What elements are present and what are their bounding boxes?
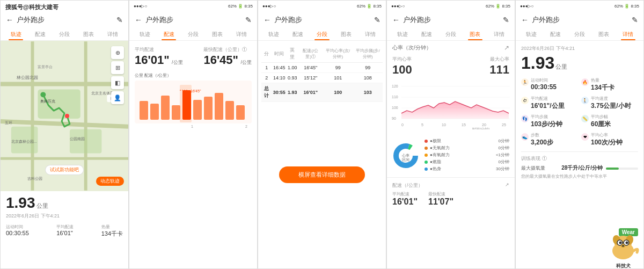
- pace-bar-chart: 16'45": [137, 85, 250, 122]
- edit-icon-2[interactable]: ✎: [245, 16, 252, 24]
- try-new-badge[interactable]: 试试新功能吧: [45, 165, 84, 175]
- status-battery-4: 62% 🔋 8:35: [486, 4, 510, 9]
- back-button-2[interactable]: ←: [135, 16, 142, 24]
- svg-rect-22: [140, 101, 148, 120]
- svg-text:吉科公园: 吉科公园: [27, 177, 42, 180]
- map-layers2-btn[interactable]: ◧: [111, 76, 124, 89]
- seg-time-total: 30:55: [272, 83, 287, 102]
- detail-item-hr: ❤ 平均心率 100次/分钟: [581, 132, 638, 147]
- panel-chart: ●●●▷○ 62% 🔋 8:35 ← 户外跑步 ✎ 轨迹 配速 分段 图表 详情…: [386, 0, 515, 269]
- tab-track-4[interactable]: 轨迹: [390, 28, 414, 40]
- svg-text:五环: 五环: [5, 121, 12, 125]
- svg-point-63: [622, 245, 624, 247]
- donut-section: 心率 区间 ●极限 0分钟 ●无氧耐力 0分钟 ●有氧耐力: [387, 134, 515, 177]
- steps-icon: 👟: [521, 133, 529, 141]
- tab-track-3[interactable]: 轨迹: [261, 28, 286, 40]
- dynamic-track-btn[interactable]: 动态轨迹: [96, 177, 124, 186]
- tab-pace-1[interactable]: 配速: [28, 28, 52, 40]
- svg-text:心率: 心率: [401, 154, 409, 157]
- stat-pace-1: 平均配速 16'01": [56, 224, 74, 238]
- pace-avg-stat: 平均配速 16'01" /公里: [135, 46, 183, 67]
- pace2-avg-value: 16'01": [392, 197, 418, 207]
- back-button-4[interactable]: ←: [392, 16, 400, 24]
- tab-chart-1[interactable]: 图表: [77, 28, 101, 40]
- svg-text:100: 100: [392, 106, 398, 110]
- svg-point-60: [626, 242, 628, 244]
- tab-pace-5[interactable]: 配速: [543, 28, 567, 40]
- pace2-fastest-value: 11'07": [428, 197, 453, 207]
- tab-track-2[interactable]: 轨迹: [133, 28, 157, 40]
- legend-aerobic-time: <1分钟: [496, 152, 509, 158]
- map-user-btn[interactable]: 👤: [111, 91, 124, 104]
- svg-rect-29: [215, 93, 223, 120]
- seg-num-1: 1: [261, 63, 272, 73]
- legend-item-aerobic: ●有氧耐力 <1分钟: [425, 152, 509, 158]
- training-vo2-item: 最大摄氧量 28千升/公斤/分钟: [521, 164, 638, 172]
- tab-seg-4[interactable]: 分段: [438, 28, 463, 40]
- map-locate-btn[interactable]: ⊕: [111, 46, 124, 59]
- panel-pace: ●●●▷○ 62% 🔋 8:35 ← 户外跑步 ✎ 轨迹 配速 分段 图表 详情…: [129, 0, 258, 269]
- back-button-1[interactable]: ←: [6, 16, 13, 24]
- tab-pace-4[interactable]: 配速: [414, 28, 438, 40]
- mascot-dog: 科技犬: [606, 228, 641, 263]
- tab-chart-2[interactable]: 图表: [206, 28, 230, 40]
- pace-avg-label: 平均配速: [135, 46, 183, 53]
- map-controls: ⊕ ⊞ ◧ 👤: [111, 46, 124, 104]
- legend-anaerobic-label: ●无氧耐力: [430, 145, 450, 151]
- tab-detail-1[interactable]: 详情: [101, 28, 125, 40]
- tab-chart-5[interactable]: 图表: [592, 28, 616, 40]
- tab-pace-3[interactable]: 配速: [286, 28, 310, 40]
- legend-max-time: 0分钟: [499, 138, 509, 144]
- map-area: 林公园北园 富景亭台 五环 奥林匹克 北京主名体育... 北京森林公园... 公…: [1, 41, 128, 191]
- pace-section2-stats: 平均配速 16'01" 最快配速 11'07": [392, 191, 509, 207]
- pace-section-expand[interactable]: ↗: [505, 182, 509, 189]
- landscape-btn[interactable]: 横屏查看详细数据: [279, 166, 365, 183]
- edit-icon-4[interactable]: ✎: [503, 16, 509, 24]
- tab-seg-5[interactable]: 分段: [567, 28, 591, 40]
- detail-item-cal: 🔥 热量 134千卡: [581, 77, 638, 92]
- cadence-value: 103步/分钟: [531, 120, 562, 129]
- hr-max-value: 111: [489, 63, 509, 77]
- legend-item-warmup: ●热身 30分钟: [425, 166, 509, 172]
- tab-seg-2[interactable]: 分段: [181, 28, 205, 40]
- tab-track-1[interactable]: 轨迹: [4, 28, 28, 40]
- tab-detail-5[interactable]: 详情: [616, 28, 640, 40]
- tab-chart-4[interactable]: 图表: [463, 28, 487, 40]
- seg-num-2: 2: [261, 73, 272, 83]
- back-button-5[interactable]: ←: [521, 16, 529, 24]
- tab-detail-2[interactable]: 详情: [230, 28, 254, 40]
- legend-fat-label: ●燃脂: [430, 159, 441, 165]
- pace-fastest-value: 16'45" /公里: [203, 53, 252, 67]
- tab-detail-4[interactable]: 详情: [487, 28, 511, 40]
- hr-max-stat: 最大心率 111: [489, 56, 509, 77]
- back-button-3[interactable]: ←: [264, 16, 271, 24]
- seg-cad-total: 103: [353, 83, 383, 102]
- tab-seg-1[interactable]: 分段: [52, 28, 76, 40]
- cal-label: 热量: [591, 77, 614, 83]
- tab-seg-3[interactable]: 分段: [310, 28, 334, 40]
- tab-chart-3[interactable]: 图表: [334, 28, 358, 40]
- svg-rect-31: [236, 105, 245, 120]
- tab-pace-2[interactable]: 配速: [157, 28, 181, 40]
- pace2-avg-label: 平均配速: [392, 191, 418, 197]
- edit-icon-5[interactable]: ✎: [632, 16, 638, 24]
- steps-value: 3,200步: [531, 138, 553, 147]
- hr-label: 平均心率: [591, 132, 623, 138]
- edit-icon-1[interactable]: ✎: [116, 16, 123, 24]
- tab-track-5[interactable]: 轨迹: [519, 28, 543, 40]
- detail-text-time: 运动时间 00:30:55: [531, 77, 557, 91]
- detail-text-stride: 平均步幅 60厘米: [591, 114, 611, 129]
- pace2-fastest-label: 最快配速: [428, 191, 453, 197]
- edit-icon-3[interactable]: ✎: [374, 16, 380, 24]
- tab-detail-3[interactable]: 详情: [358, 28, 383, 40]
- hr-expand-icon[interactable]: ↗: [504, 44, 509, 52]
- svg-text:富景亭台: 富景亭台: [38, 65, 53, 69]
- training-progress-bar: [606, 168, 638, 170]
- seg-cad-2: 108: [353, 73, 383, 83]
- legend-item-fat: ●燃脂 0分钟: [425, 159, 509, 165]
- speed-label: 平均速度: [591, 96, 631, 101]
- panel-detail: ●●●▷○ 62% 🔋 8:35 ← 户外跑步 ✎ 轨迹 配速 分段 图表 详情…: [515, 0, 644, 269]
- map-layers-btn[interactable]: ⊞: [111, 61, 124, 74]
- app-header-5: ← 户外跑步 ✎: [516, 11, 643, 28]
- status-battery-2: 62% 🔋 8:35: [228, 4, 253, 9]
